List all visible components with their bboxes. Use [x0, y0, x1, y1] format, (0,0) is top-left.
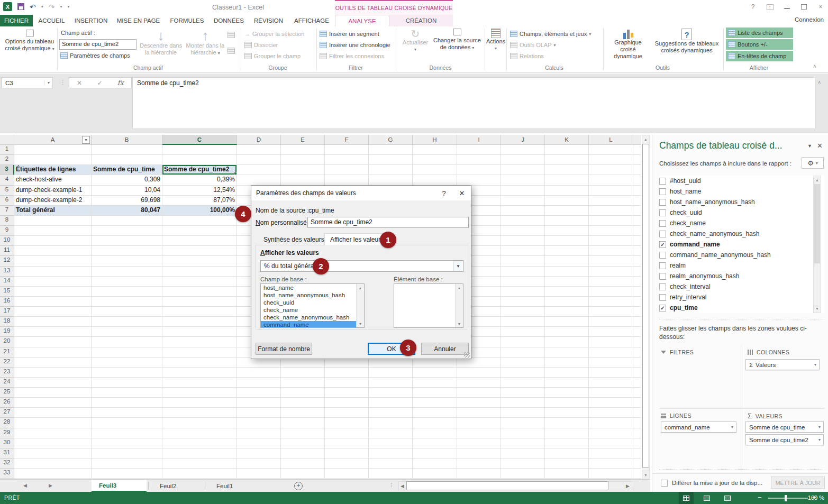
cell[interactable] — [237, 145, 281, 155]
column-header-H[interactable]: H — [413, 135, 457, 145]
zoom-percentage[interactable]: 100 % — [808, 494, 824, 501]
row-header-1[interactable]: 1 — [0, 145, 14, 155]
cell[interactable] — [281, 469, 325, 479]
cell[interactable] — [14, 287, 92, 297]
field-headers-toggle[interactable]: En-têtes de champ — [726, 51, 793, 61]
cell[interactable] — [413, 145, 457, 155]
cell[interactable] — [413, 398, 457, 408]
cell[interactable] — [589, 327, 633, 337]
cell[interactable] — [14, 216, 92, 226]
cell[interactable] — [501, 307, 545, 317]
cell[interactable] — [501, 368, 545, 378]
row-header-23[interactable]: 23 — [0, 368, 14, 378]
field-checkbox[interactable] — [659, 209, 666, 216]
cell[interactable] — [589, 448, 633, 459]
cell[interactable] — [413, 165, 457, 175]
cell[interactable] — [589, 196, 633, 206]
row-header-20[interactable]: 20 — [0, 337, 14, 347]
cell[interactable] — [162, 267, 237, 277]
sheet-nav-left-icon[interactable]: ◀ — [23, 483, 27, 488]
cell[interactable] — [162, 155, 237, 165]
cancel-button[interactable]: Annuler — [421, 343, 469, 355]
cell[interactable] — [325, 368, 369, 378]
cell[interactable] — [501, 287, 545, 297]
confirm-entry-icon[interactable]: ✓ — [97, 79, 102, 87]
row-header-6[interactable]: 6 — [0, 196, 14, 206]
field-checkbox[interactable] — [659, 199, 666, 206]
cell[interactable] — [457, 378, 501, 388]
cell[interactable] — [92, 469, 162, 479]
cell[interactable] — [92, 408, 162, 418]
field-item[interactable]: host_name_anonymous_hash — [659, 197, 824, 207]
row-header-25[interactable]: 25 — [0, 388, 14, 398]
cell[interactable] — [162, 246, 237, 256]
row-header-10[interactable]: 10 — [0, 236, 14, 246]
cell[interactable] — [281, 428, 325, 438]
sheet-tab-feuil1[interactable]: Feuil1 — [209, 480, 259, 492]
field-checkbox[interactable] — [659, 178, 666, 185]
cell[interactable] — [589, 186, 633, 196]
undo-dropdown-icon[interactable]: ▾ — [41, 4, 43, 9]
cell[interactable] — [162, 226, 237, 236]
cell[interactable] — [589, 388, 633, 398]
cell[interactable] — [457, 155, 501, 165]
cell[interactable] — [589, 438, 633, 448]
row-header-22[interactable]: 22 — [0, 358, 14, 368]
cell[interactable] — [545, 469, 589, 479]
cell[interactable] — [545, 368, 589, 378]
field-list-scrollbar[interactable]: ▲ ▼ — [813, 176, 821, 313]
cell[interactable] — [14, 358, 92, 368]
cell[interactable] — [92, 155, 162, 165]
cell[interactable] — [92, 347, 162, 358]
cell[interactable] — [237, 368, 281, 378]
cell[interactable] — [237, 428, 281, 438]
cell[interactable] — [501, 398, 545, 408]
field-checkbox[interactable] — [659, 231, 666, 237]
cell[interactable] — [589, 368, 633, 378]
cell[interactable] — [369, 438, 413, 448]
cell[interactable] — [545, 347, 589, 358]
cell[interactable] — [545, 165, 589, 175]
rows-area-chip[interactable]: command_name▾ — [661, 421, 736, 433]
cell[interactable] — [162, 256, 237, 266]
cell[interactable] — [14, 277, 92, 287]
field-list-toggle[interactable]: Liste des champs — [726, 28, 793, 38]
field-checkbox[interactable]: ✓ — [659, 305, 666, 311]
chip-dropdown-icon[interactable]: ▾ — [818, 425, 823, 429]
base-field-item[interactable]: check_name_anonymous_hash — [261, 314, 364, 321]
cell[interactable] — [545, 155, 589, 165]
normal-view-button[interactable] — [679, 492, 694, 504]
ungroup-button[interactable]: Dissocier — [244, 42, 278, 48]
cell[interactable] — [457, 408, 501, 418]
cell[interactable] — [589, 226, 633, 236]
pivot-chart-button[interactable]: Graphique croisé dynamique — [606, 29, 650, 60]
column-header-B[interactable]: B — [92, 135, 162, 145]
cell[interactable]: Total général — [14, 206, 92, 216]
cancel-entry-icon[interactable]: ✕ — [77, 79, 82, 87]
cell[interactable] — [413, 378, 457, 388]
cell[interactable] — [501, 267, 545, 277]
cell[interactable] — [589, 277, 633, 287]
zoom-slider-thumb[interactable] — [785, 495, 787, 501]
tab-analyse[interactable]: ANALYSE — [335, 15, 389, 26]
cell[interactable] — [545, 145, 589, 155]
cell[interactable] — [92, 428, 162, 438]
cell[interactable] — [545, 337, 589, 347]
insert-slicer-button[interactable]: Insérer un segment — [320, 31, 379, 37]
cell[interactable] — [162, 388, 237, 398]
sheet-tab-feuil2[interactable]: Feuil2 — [152, 480, 203, 492]
cell[interactable] — [92, 327, 162, 337]
new-sheet-icon[interactable]: + — [294, 482, 303, 490]
cell[interactable] — [237, 418, 281, 428]
row-header-28[interactable]: 28 — [0, 418, 14, 428]
cell[interactable] — [162, 469, 237, 479]
cell[interactable] — [92, 438, 162, 448]
column-header-D[interactable]: D — [237, 135, 281, 145]
actions-button[interactable]: Actions▾ — [486, 29, 505, 52]
cell[interactable] — [545, 388, 589, 398]
cell[interactable] — [92, 307, 162, 317]
select-all-corner[interactable] — [0, 135, 14, 145]
cell[interactable] — [14, 267, 92, 277]
cell[interactable] — [501, 347, 545, 358]
cell[interactable] — [589, 418, 633, 428]
